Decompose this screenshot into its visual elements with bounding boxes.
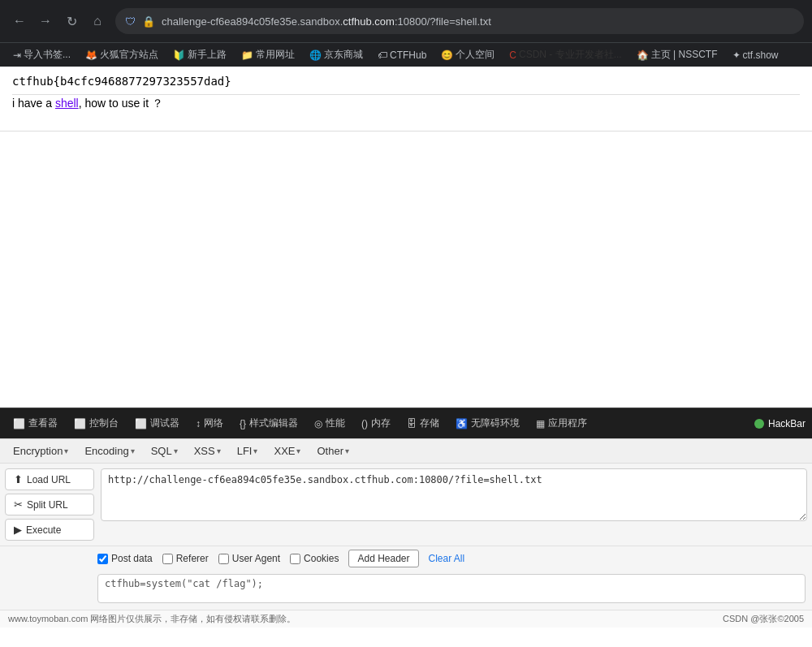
- devtools-tab-network[interactable]: ↕ 网络: [189, 414, 230, 433]
- bookmark-ctfhub[interactable]: 🏷 CTFHub: [371, 48, 433, 63]
- nav-buttons: ← → ↻ ⌂: [8, 10, 109, 32]
- devtools-tab-style[interactable]: {} 样式编辑器: [233, 414, 304, 433]
- load-url-icon: ⬆: [14, 473, 23, 485]
- url-domain: ctfhub.com: [343, 15, 395, 28]
- security-icon: 🛡: [125, 15, 136, 28]
- bookmark-csdn[interactable]: C CSDN - 专业开发者社...: [503, 46, 628, 63]
- inspector-icon: ⬜: [13, 418, 25, 429]
- hackbar-actions: ⬆ Load URL ✂ Split URL ▶ Execute: [5, 468, 94, 541]
- lfi-dropdown-arrow: ▾: [253, 446, 257, 455]
- memory-icon: (): [361, 418, 368, 429]
- add-header-button[interactable]: Add Header: [348, 550, 418, 567]
- load-url-button[interactable]: ⬆ Load URL: [5, 468, 94, 490]
- execute-icon: ▶: [14, 524, 22, 536]
- post-data-checkbox[interactable]: [97, 554, 108, 564]
- split-url-button[interactable]: ✂ Split URL: [5, 494, 94, 515]
- xxe-dropdown-arrow: ▾: [296, 446, 300, 455]
- bookmark-nssctf[interactable]: 🏠 主页 | NSSCTF: [630, 46, 724, 63]
- url-input[interactable]: [101, 468, 807, 521]
- hackbar-menu: Encryption ▾ Encoding ▾ SQL ▾ XSS ▾ LFI …: [0, 439, 812, 464]
- bookmark-space[interactable]: 😊 个人空间: [434, 46, 501, 63]
- devtools-tab-performance[interactable]: ◎ 性能: [308, 414, 352, 433]
- bookmark-import[interactable]: ⇥ 导入书签...: [6, 46, 77, 63]
- hackbar-options: Post data Referer User Agent Cookies Add…: [0, 546, 812, 571]
- shell-message: i have a shell, how to use it ？: [12, 97, 800, 111]
- devtools-tab-inspector[interactable]: ⬜ 查看器: [6, 414, 64, 433]
- cookies-label: Cookies: [304, 553, 339, 564]
- hackbar-body-area: [0, 571, 812, 610]
- forward-button[interactable]: →: [34, 10, 57, 32]
- url-prefix: challenge-cf6ea894c05fe35e.sandbox.: [162, 15, 343, 28]
- cookies-checkbox[interactable]: [290, 554, 300, 564]
- main-content-area: [0, 132, 812, 408]
- menu-lfi[interactable]: LFI ▾: [231, 442, 265, 459]
- hackbar-tab[interactable]: HackBar: [754, 418, 806, 429]
- xss-dropdown-arrow: ▾: [217, 446, 221, 455]
- user-agent-checkbox[interactable]: [218, 554, 229, 564]
- bookmark-firefox[interactable]: 🦊 火狐官方站点: [79, 46, 165, 63]
- style-icon: {}: [240, 418, 246, 429]
- menu-encoding[interactable]: Encoding ▾: [78, 442, 140, 459]
- performance-icon: ◎: [314, 418, 322, 429]
- page-content: ctfhub{b4cfc9468877297323557dad} i have …: [0, 67, 812, 132]
- hackbar-main: ⬆ Load URL ✂ Split URL ▶ Execute: [0, 464, 812, 546]
- console-icon: ⬜: [74, 418, 86, 429]
- message-before: i have a: [12, 97, 55, 110]
- menu-encryption[interactable]: Encryption ▾: [6, 442, 75, 459]
- hackbar-label: HackBar: [768, 418, 806, 429]
- split-url-icon: ✂: [14, 498, 23, 511]
- hackbar-url-area: [101, 468, 807, 541]
- lock-icon: 🔒: [142, 15, 155, 28]
- accessibility-icon: ♿: [456, 418, 468, 429]
- referer-checkbox[interactable]: [162, 554, 173, 564]
- debugger-icon: ⬜: [135, 418, 147, 429]
- bookmark-newbie[interactable]: 🔰 新手上路: [166, 46, 233, 63]
- sql-dropdown-arrow: ▾: [174, 446, 178, 455]
- bookmark-ctfshow[interactable]: ✦ ctf.show: [726, 48, 785, 63]
- bookmark-jd[interactable]: 🌐 京东商城: [303, 46, 369, 63]
- flag-text: ctfhub{b4cfc9468877297323557dad}: [12, 75, 800, 88]
- devtools-tab-debugger[interactable]: ⬜ 调试器: [128, 414, 186, 433]
- post-data-option[interactable]: Post data: [97, 553, 153, 564]
- hackbar-panel: Encryption ▾ Encoding ▾ SQL ▾ XSS ▾ LFI …: [0, 438, 812, 610]
- devtools-bar: ⬜ 查看器 ⬜ 控制台 ⬜ 调试器 ↕ 网络 {} 样式编辑器 ◎ 性能 () …: [0, 408, 812, 438]
- message-after: , how to use it ？: [79, 97, 163, 110]
- devtools-tab-accessibility[interactable]: ♿ 无障碍环境: [449, 414, 526, 433]
- devtools-tab-storage[interactable]: 🗄 存储: [400, 414, 446, 433]
- bookmark-common[interactable]: 📁 常用网址: [235, 46, 301, 63]
- user-agent-option[interactable]: User Agent: [218, 553, 280, 564]
- menu-xxe[interactable]: XXE ▾: [267, 442, 307, 459]
- browser-chrome: ← → ↻ ⌂ 🛡 🔒 challenge-cf6ea894c05fe35e.s…: [0, 0, 812, 42]
- clear-all-button[interactable]: Clear All: [429, 553, 465, 564]
- shell-link[interactable]: shell: [55, 97, 79, 110]
- url-text: challenge-cf6ea894c05fe35e.sandbox.ctfhu…: [162, 15, 794, 28]
- post-data-label: Post data: [111, 553, 153, 564]
- execute-button[interactable]: ▶ Execute: [5, 519, 94, 541]
- back-button[interactable]: ←: [8, 10, 31, 32]
- network-icon: ↕: [196, 418, 201, 429]
- application-icon: ▦: [536, 418, 545, 429]
- menu-xss[interactable]: XSS ▾: [188, 442, 227, 459]
- devtools-tab-console[interactable]: ⬜ 控制台: [67, 414, 125, 433]
- cookies-option[interactable]: Cookies: [290, 553, 339, 564]
- status-right: CSDN @张张©2005: [723, 613, 804, 625]
- home-button[interactable]: ⌂: [86, 10, 109, 32]
- status-left: www.toymoban.com 网络图片仅供展示，非存储，如有侵权请联系删除。: [8, 613, 296, 625]
- page-divider: [12, 94, 800, 95]
- url-path: :10800/?file=shell.txt: [395, 15, 491, 28]
- user-agent-label: User Agent: [232, 553, 280, 564]
- devtools-tab-memory[interactable]: () 内存: [355, 414, 397, 433]
- body-input[interactable]: [97, 574, 806, 603]
- devtools-tab-application[interactable]: ▦ 应用程序: [529, 414, 594, 433]
- address-bar[interactable]: 🛡 🔒 challenge-cf6ea894c05fe35e.sandbox.c…: [115, 8, 804, 34]
- menu-sql[interactable]: SQL ▾: [145, 442, 184, 459]
- other-dropdown-arrow: ▾: [345, 446, 349, 455]
- status-bar: www.toymoban.com 网络图片仅供展示，非存储，如有侵权请联系删除。…: [0, 610, 812, 628]
- referer-label: Referer: [176, 553, 209, 564]
- reload-button[interactable]: ↻: [60, 10, 83, 32]
- referer-option[interactable]: Referer: [162, 553, 209, 564]
- storage-icon: 🗄: [407, 418, 417, 429]
- bookmarks-bar: ⇥ 导入书签... 🦊 火狐官方站点 🔰 新手上路 📁 常用网址 🌐 京东商城 …: [0, 42, 812, 67]
- hackbar-dot-icon: [754, 419, 764, 429]
- menu-other[interactable]: Other ▾: [310, 442, 356, 459]
